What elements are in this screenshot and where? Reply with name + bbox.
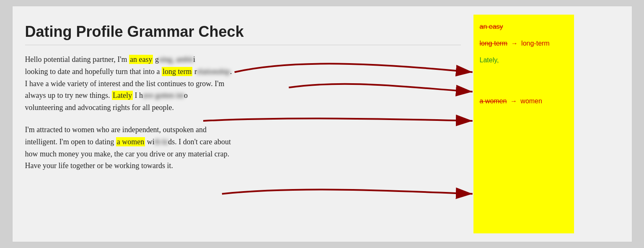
text-before-highlight3: always up to try new things. <box>25 91 112 100</box>
sidebar-corrected-4: women <box>520 97 542 105</box>
sidebar-item-3: Lately, <box>480 56 568 64</box>
paragraph2-line4: Have your life together or be working to… <box>25 161 173 170</box>
sidebar-arrow-4: → <box>510 97 517 105</box>
paragraph-2: I'm attracted to women who are independe… <box>25 124 461 172</box>
sidebar-corrected-2: long-term <box>521 40 550 47</box>
paragraph2-line2-before: intelligent. I'm open to dating <box>25 138 116 146</box>
highlight-a-women: a women <box>116 137 145 146</box>
sidebar-original-1: an easy <box>480 23 503 30</box>
sidebar-item-2: long term → long-term <box>480 40 568 47</box>
highlight-an-easy: an easy <box>129 55 153 64</box>
paragraph1-line4: volunteering and advocating rights for a… <box>25 103 174 112</box>
sidebar-item-4: a women → women <box>480 97 568 105</box>
content-area: Dating Profile Grammar Check Hello poten… <box>13 15 473 233</box>
text-after-h3: I have gotten into <box>133 91 188 100</box>
sidebar-panel: an easy long term → long-term Lately, a … <box>473 15 574 233</box>
sidebar-original-4: a women <box>480 97 507 105</box>
page-title: Dating Profile Grammar Check <box>25 23 461 45</box>
paragraph1-line3: I have a wide variety of interest and th… <box>25 79 225 88</box>
highlight-long-term: long term <box>162 67 193 76</box>
sidebar-arrow-2: → <box>511 40 518 47</box>
paragraph-1: Hello potential dating partner, I'm an e… <box>25 54 461 114</box>
highlight-lately: Lately <box>112 91 133 100</box>
sidebar-original-2: long term <box>480 40 508 47</box>
sidebar-item-1: an easy <box>480 23 568 31</box>
text-before-highlight1: Hello potential dating partner, I'm <box>25 55 129 64</box>
text-after-h1: going, ambition. I'm <box>153 55 216 64</box>
text-body: Hello potential dating partner, I'm an e… <box>25 54 461 172</box>
text-before-highlight2: looking to date and hopefully turn that … <box>25 67 162 76</box>
paragraph2-line3: how much money you make, the car you dri… <box>25 150 230 158</box>
sidebar-green-3: Lately, <box>480 56 499 64</box>
text-after-h4: with kids. I don't care about <box>145 138 231 146</box>
main-container: Dating Profile Grammar Check Hello poten… <box>12 6 632 242</box>
paragraph2-line1: I'm attracted to women who are independe… <box>25 125 207 134</box>
text-after-h2: relationship. <box>192 67 232 76</box>
